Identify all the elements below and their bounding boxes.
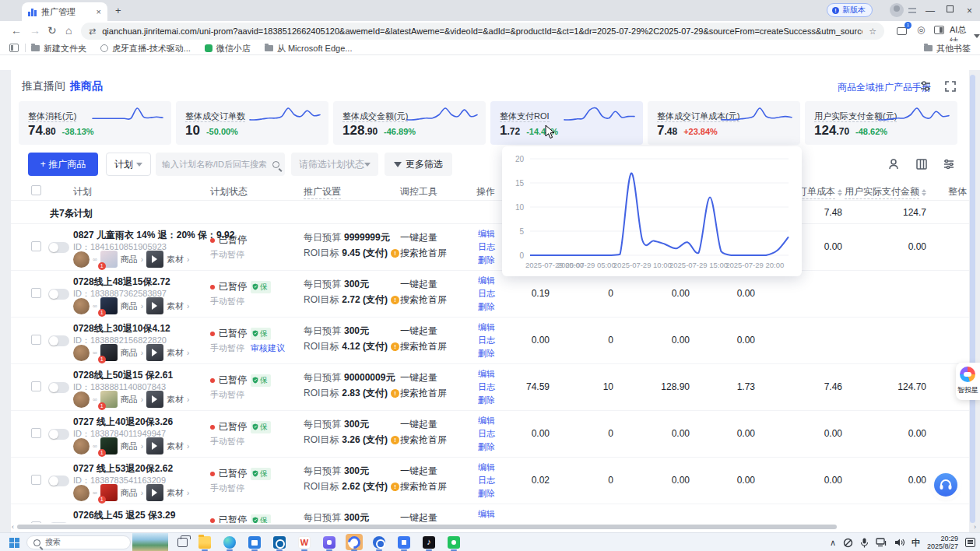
review-suggestion-link[interactable]: 审核建议 [251, 342, 285, 354]
search-input[interactable] [162, 160, 272, 169]
share-person-icon[interactable] [887, 157, 901, 171]
table-settings-icon[interactable] [942, 157, 956, 171]
sort-icon[interactable] [922, 189, 926, 196]
row-checkbox[interactable] [31, 475, 41, 485]
tool-link[interactable]: 搜索抢首屏 [400, 433, 447, 447]
col-plan[interactable]: 计划 [73, 185, 92, 198]
row-enable-toggle[interactable] [48, 335, 69, 346]
tray-expand-icon[interactable]: ∧ [830, 538, 836, 548]
tool-link[interactable]: 一键起量 [400, 231, 437, 244]
action-link[interactable]: 删除 [478, 254, 495, 266]
site-info-icon[interactable]: ⇄ [89, 26, 96, 37]
product-link[interactable]: 商品 [121, 254, 138, 265]
material-thumbnail[interactable] [146, 297, 163, 314]
plan-name[interactable]: 0727 线上53退20保2.62 [73, 462, 173, 476]
taskbar-app-edge[interactable] [221, 534, 238, 550]
notification-center-icon[interactable] [965, 538, 975, 547]
material-thumbnail[interactable] [146, 344, 163, 361]
product-thumbnail[interactable]: 1 [100, 297, 118, 314]
material-link[interactable]: 素材 [167, 347, 184, 359]
microphone-icon[interactable] [860, 538, 869, 548]
address-bar[interactable]: ⇄ qianchuan.jinritemai.com/uni-prom?aavi… [81, 23, 884, 40]
taskbar-app-purple-app[interactable] [321, 534, 338, 550]
bookmark-item[interactable]: 新建文件夹 [31, 43, 86, 54]
taskbar-app-douyin[interactable]: ♪ [420, 534, 437, 550]
warning-icon[interactable]: ! [391, 389, 399, 398]
tool-link[interactable]: 一键起量 [400, 465, 437, 478]
material-thumbnail[interactable] [146, 484, 163, 501]
window-close-button[interactable]: × [967, 5, 972, 16]
material-link[interactable]: 素材 [167, 487, 184, 499]
new-tab-button[interactable]: + [115, 5, 121, 16]
bookmark-star-icon[interactable]: ☆ [869, 26, 876, 37]
tool-link[interactable]: 一键起量 [400, 371, 437, 384]
product-link[interactable]: 商品 [121, 394, 138, 405]
row-enable-toggle[interactable] [48, 242, 69, 253]
taskbar-app-wps[interactable]: W [296, 534, 313, 550]
plan-name[interactable]: 0728线上50退15 保2.61 [73, 369, 173, 382]
row-enable-toggle[interactable] [48, 382, 69, 393]
row-checkbox[interactable] [31, 521, 41, 523]
stat-card[interactable]: 整体成交订单数10-50.00% [176, 101, 328, 145]
material-link[interactable]: 素材 [167, 394, 184, 405]
taskbar-app-blue-app[interactable] [395, 534, 413, 550]
row-checkbox[interactable] [31, 288, 41, 298]
product-link[interactable]: 商品 [121, 487, 138, 499]
help-floating-button[interactable] [934, 473, 957, 497]
row-enable-toggle[interactable] [48, 522, 69, 523]
row-checkbox[interactable] [31, 381, 41, 391]
tool-link[interactable]: 搜索抢首屏 [400, 340, 447, 353]
taskbar-app-file-explorer[interactable] [196, 534, 213, 550]
tab-close-icon[interactable]: × [97, 7, 101, 16]
col-tools[interactable]: 调控工具 [400, 185, 437, 198]
plan-type-select[interactable]: 计划 [106, 153, 151, 176]
material-link[interactable]: 素材 [167, 440, 184, 452]
taskbar-app-microsoft-store[interactable] [246, 534, 263, 550]
col-overall-clipped[interactable]: 整体 [948, 185, 967, 198]
profile-menu-icon[interactable] [908, 8, 916, 13]
scroll-right-arrow[interactable]: › [974, 523, 976, 531]
warning-icon[interactable]: ! [391, 483, 399, 491]
tool-link[interactable]: 搜索抢首屏 [400, 480, 447, 493]
row-checkbox[interactable] [31, 335, 41, 345]
home-icon[interactable]: ⌂ [65, 24, 72, 37]
row-enable-toggle[interactable] [48, 289, 69, 300]
plan-status-select[interactable]: 请筛选计划状态 [291, 153, 378, 176]
product-thumbnail[interactable]: 1 [100, 251, 118, 268]
action-link[interactable]: 编辑 [478, 275, 495, 286]
side-panel-icon[interactable] [934, 26, 944, 34]
widgets-thumbnail[interactable] [132, 533, 168, 551]
settings-icon[interactable] [919, 79, 933, 93]
fullscreen-icon[interactable] [943, 79, 957, 93]
action-link[interactable]: 编辑 [478, 462, 495, 473]
back-icon[interactable]: ← [11, 24, 22, 37]
warning-icon[interactable]: ! [391, 249, 399, 258]
do-not-disturb-icon[interactable] [843, 538, 853, 548]
action-link[interactable]: 删除 [478, 441, 495, 453]
material-thumbnail[interactable] [146, 391, 163, 408]
browser-profile-avatar[interactable] [890, 3, 904, 17]
stat-card[interactable]: 整体成交订单成本(元)7.48+23.84% [648, 101, 800, 145]
warning-icon[interactable]: ! [391, 296, 399, 304]
row-enable-toggle[interactable] [48, 476, 69, 486]
taskbar-clock[interactable]: 20:292025/8/27 [927, 535, 958, 550]
search-box[interactable] [156, 153, 285, 176]
stat-card[interactable]: 整体消耗(元)74.80-38.13% [19, 101, 171, 145]
action-link[interactable]: 删除 [478, 488, 495, 500]
bookmark-item[interactable]: 从 Microsoft Edge... [265, 43, 353, 54]
bookmark-item[interactable]: 微信小店 [205, 43, 251, 54]
task-view-icon[interactable] [177, 538, 188, 547]
col-status[interactable]: 计划状态 [210, 185, 248, 198]
action-link[interactable]: 编辑 [478, 368, 495, 380]
taskbar-search[interactable]: 搜索 [26, 535, 131, 549]
row-checkbox[interactable] [31, 241, 41, 251]
product-link[interactable]: 商品 [121, 440, 138, 452]
action-link[interactable]: 编辑 [478, 228, 495, 240]
reload-icon[interactable]: ↻ [47, 24, 57, 37]
tool-link[interactable]: 一键起量 [400, 511, 437, 523]
bookmark-item[interactable]: 虎牙直播-技术驱动... [100, 43, 191, 54]
browser-tab[interactable]: 推广管理 × [22, 2, 107, 21]
tool-link[interactable]: 搜索抢首屏 [400, 387, 447, 400]
url-text[interactable]: qianchuan.jinritemai.com/uni-prom?aavid=… [102, 26, 862, 36]
ime-indicator[interactable]: 中 [912, 537, 920, 549]
